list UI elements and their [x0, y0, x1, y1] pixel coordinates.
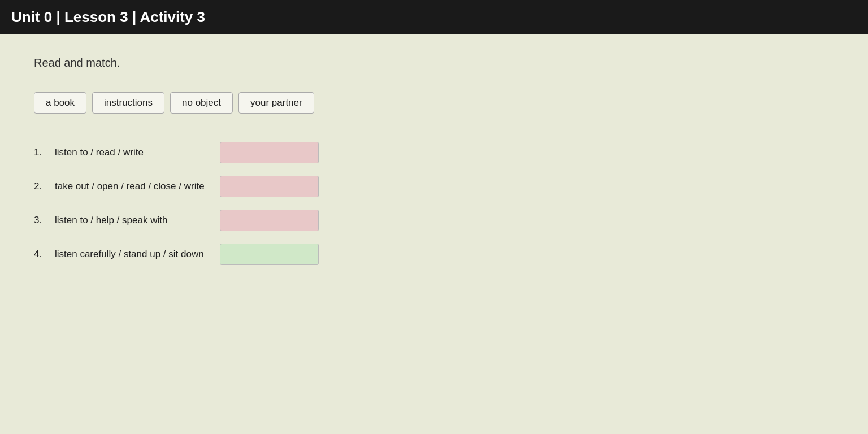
- match-row-1: 1.listen to / read / write: [34, 142, 834, 163]
- match-text-2: take out / open / read / close / write: [55, 181, 213, 192]
- header-title: Unit 0 | Lesson 3 | Activity 3: [11, 8, 205, 26]
- match-number-2: 2.: [34, 181, 48, 192]
- page-header: Unit 0 | Lesson 3 | Activity 3: [0, 0, 868, 34]
- match-row-3: 3.listen to / help / speak with: [34, 210, 834, 231]
- match-text-1: listen to / read / write: [55, 147, 213, 158]
- match-row-4: 4.listen carefully / stand up / sit down: [34, 244, 834, 265]
- match-answer-box-1[interactable]: [220, 142, 319, 163]
- main-content: Read and match. a bookinstructionsno obj…: [0, 34, 868, 288]
- word-card-a-book[interactable]: a book: [34, 92, 86, 114]
- word-card-instructions[interactable]: instructions: [92, 92, 164, 114]
- match-answer-box-3[interactable]: [220, 210, 319, 231]
- match-text-4: listen carefully / stand up / sit down: [55, 249, 213, 260]
- match-answer-box-4[interactable]: [220, 244, 319, 265]
- match-text-3: listen to / help / speak with: [55, 215, 213, 226]
- match-row-2: 2.take out / open / read / close / write: [34, 176, 834, 197]
- word-card-no-object[interactable]: no object: [170, 92, 233, 114]
- word-card-your-partner[interactable]: your partner: [238, 92, 314, 114]
- activity-instruction: Read and match.: [34, 57, 834, 70]
- match-answer-box-2[interactable]: [220, 176, 319, 197]
- match-number-4: 4.: [34, 249, 48, 260]
- match-number-3: 3.: [34, 215, 48, 226]
- word-bank: a bookinstructionsno objectyour partner: [34, 92, 834, 114]
- match-items-container: 1.listen to / read / write2.take out / o…: [34, 142, 834, 265]
- match-number-1: 1.: [34, 147, 48, 158]
